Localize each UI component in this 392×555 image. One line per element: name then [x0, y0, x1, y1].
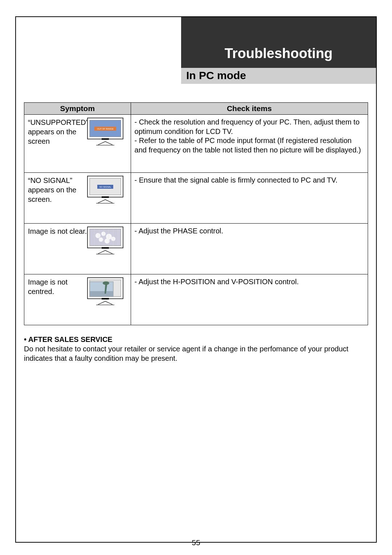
- check-text: - Ensure that the signal cable is firmly…: [131, 173, 368, 224]
- after-sales-title: • AFTER SALES SERVICE: [24, 335, 368, 344]
- symptom-text: Image is not clear.: [28, 227, 88, 236]
- svg-text:OUT OF RANGE: OUT OF RANGE: [97, 128, 114, 130]
- content: Symptom Check items “UNSUPPORTED” appear…: [24, 102, 368, 363]
- table-row: “UNSUPPORTED” appears on the screen OUT …: [24, 115, 368, 173]
- symptom-text: Image is not centred.: [28, 277, 88, 296]
- section-subtitle: In PC mode: [181, 68, 376, 84]
- svg-point-17: [99, 237, 103, 242]
- check-text: - Adjust the H-POSITION and V-POSITION c…: [131, 274, 368, 325]
- troubleshooting-table: Symptom Check items “UNSUPPORTED” appear…: [24, 102, 368, 325]
- svg-point-15: [101, 232, 106, 236]
- svg-rect-32: [90, 291, 113, 297]
- section-title: Troubleshooting: [181, 17, 376, 68]
- tv-offcenter-icon: [87, 277, 127, 306]
- svg-point-33: [103, 281, 109, 285]
- tv-blurry-icon: [87, 227, 127, 255]
- tv-no-signal-icon: NO SIGNAL: [87, 176, 127, 204]
- col-header-symptom: Symptom: [24, 103, 131, 115]
- svg-point-18: [105, 238, 110, 244]
- symptom-text: “NO SIGNAL” appears on the screen.: [28, 176, 83, 204]
- page-number: 55: [0, 538, 392, 547]
- table-row: Image is not clear.: [24, 224, 368, 274]
- section-title-text: Troubleshooting: [225, 46, 333, 64]
- after-sales-body: Do not hesitate to contact your retailer…: [24, 344, 368, 363]
- page-frame: Troubleshooting In PC mode Symptom Check…: [15, 16, 377, 543]
- table-row: “NO SIGNAL” appears on the screen. NO SI…: [24, 173, 368, 224]
- table-row: Image is not centred.: [24, 274, 368, 325]
- symptom-text: “UNSUPPORTED” appears on the screen: [28, 118, 83, 146]
- tv-out-of-range-icon: OUT OF RANGE: [87, 118, 127, 146]
- after-sales-block: • AFTER SALES SERVICE Do not hesitate to…: [24, 335, 368, 363]
- header: Troubleshooting In PC mode: [181, 17, 376, 84]
- check-text: - Adjust the PHASE control.: [131, 224, 368, 274]
- svg-text:NO SIGNAL: NO SIGNAL: [99, 186, 111, 188]
- check-text: - Check the resolution and frequency of …: [131, 115, 368, 173]
- svg-point-14: [95, 233, 101, 238]
- col-header-check: Check items: [131, 103, 368, 115]
